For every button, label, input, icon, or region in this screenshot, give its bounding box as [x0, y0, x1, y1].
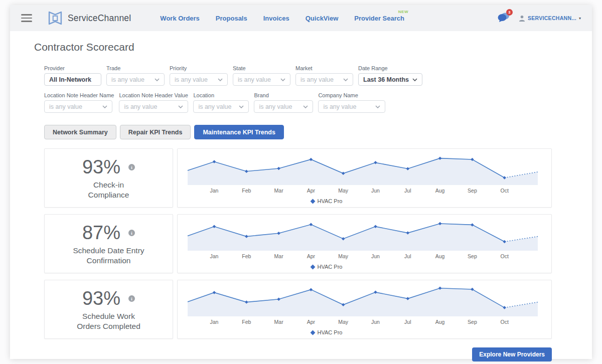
state-select[interactable]: is any value — [233, 73, 290, 86]
app-window: ServiceChannel Work Orders Proposals Inv… — [10, 5, 592, 359]
logo-text: ServiceChannel — [68, 13, 131, 24]
info-icon[interactable]: i — [128, 164, 135, 170]
svg-text:Oct: Oct — [501, 188, 509, 194]
servicechannel-logo-icon — [47, 10, 63, 27]
svg-text:Jan: Jan — [210, 319, 219, 325]
filter-company-name: Company Name is any value — [318, 92, 385, 113]
legend-diamond-marker — [310, 264, 315, 269]
nav-invoices[interactable]: Invoices — [263, 15, 289, 22]
tab-network-summary[interactable]: Network Summary — [44, 125, 116, 139]
company-name-select[interactable]: is any value — [318, 100, 385, 113]
tab-maintenance-kpi-trends[interactable]: Maintenance KPI Trends — [194, 125, 283, 139]
svg-text:Jan: Jan — [210, 188, 219, 194]
kpi-card-schedule-work-orders: 93% i Schedule Work Orders Completed — [44, 280, 173, 339]
nav-provider-search-label: Provider Search — [354, 15, 404, 22]
footer-actions: Explore New Providers — [44, 347, 552, 361]
hamburger-menu-icon[interactable] — [21, 14, 32, 22]
filter-label-state: State — [233, 65, 290, 71]
filter-label-brand: Brand — [254, 92, 313, 98]
location-note-header-value-select[interactable]: is any value — [119, 100, 188, 113]
location-select[interactable]: is any value — [193, 100, 249, 113]
kpi-value: 87% — [82, 222, 120, 244]
svg-text:Jun: Jun — [371, 188, 380, 194]
chevron-down-icon — [303, 105, 308, 108]
filter-label-date-range: Date Range — [358, 65, 422, 71]
view-tabs: Network Summary Repair KPI Trends Mainte… — [44, 125, 552, 139]
state-value: is any value — [238, 76, 271, 83]
location-value: is any value — [198, 103, 231, 110]
nav-proposals[interactable]: Proposals — [216, 15, 247, 22]
svg-text:Oct: Oct — [501, 319, 509, 325]
svg-text:Feb: Feb — [242, 253, 251, 259]
chart-card-checkin-compliance: JanFebMarAprMayJunJulAugSepOct HVAC Pro — [177, 148, 552, 208]
legend-series-label: HVAC Pro — [318, 329, 343, 335]
filter-label-location: Location — [193, 92, 249, 98]
notification-count-badge: 3 — [506, 9, 513, 16]
svg-text:Jun: Jun — [371, 253, 380, 259]
nav-provider-search[interactable]: Provider SearchNEW — [354, 15, 404, 22]
filter-label-lnhv: Location Note Header Value — [119, 92, 188, 98]
kpi-card-checkin-compliance: 93% i Check-in Compliance — [44, 148, 173, 208]
legend-series-label: HVAC Pro — [318, 264, 343, 270]
legend-diamond-marker — [310, 199, 315, 204]
brand-select[interactable]: is any value — [254, 100, 313, 113]
chevron-down-icon — [155, 78, 160, 81]
provider-select[interactable]: All In-Network — [44, 73, 101, 86]
header-right: 3 SERVICECHANN... ▾ — [498, 12, 581, 24]
svg-text:Apr: Apr — [307, 253, 316, 259]
priority-select[interactable]: is any value — [170, 73, 228, 86]
user-menu[interactable]: SERVICECHANN... ▾ — [519, 15, 581, 22]
svg-text:Feb: Feb — [242, 188, 251, 194]
svg-text:Mar: Mar — [274, 253, 284, 259]
top-nav-bar: ServiceChannel Work Orders Proposals Inv… — [10, 5, 592, 31]
filter-label-provider: Provider — [44, 65, 101, 71]
filters-row-2: Location Note Header Name is any value L… — [44, 92, 552, 113]
filter-location-note-header-name: Location Note Header Name is any value — [44, 92, 114, 113]
kpi-value: 93% — [82, 156, 120, 178]
kpi-trend-line-chart: JanFebMarAprMayJunJulAugSepOct — [186, 153, 544, 195]
kpi-trend-line-chart: JanFebMarAprMayJunJulAugSepOct — [186, 284, 544, 326]
chevron-down-icon — [343, 78, 348, 81]
chart-legend: HVAC Pro — [186, 329, 543, 335]
svg-text:Aug: Aug — [435, 188, 445, 194]
svg-text:Sep: Sep — [468, 253, 477, 259]
company-name-value: is any value — [323, 103, 356, 110]
chevron-down-icon — [178, 105, 183, 108]
date-range-select[interactable]: Last 36 Months — [358, 73, 422, 86]
filter-date-range: Date Range Last 36 Months — [358, 65, 422, 86]
chevron-down-icon — [375, 105, 380, 108]
kpi-label: Schedule Work Orders Completed — [72, 311, 145, 331]
svg-text:May: May — [338, 253, 349, 259]
location-note-header-name-select[interactable]: is any value — [44, 100, 112, 113]
tab-repair-kpi-trends[interactable]: Repair KPI Trends — [120, 125, 191, 139]
chevron-down-icon — [218, 78, 223, 81]
info-icon[interactable]: i — [128, 295, 135, 302]
kpi-trend-line-chart: JanFebMarAprMayJunJulAugSepOct — [186, 219, 544, 261]
trade-value: is any value — [111, 76, 144, 83]
kpi-card-schedule-date-entry: 87% i Schedule Date Entry Confirmation — [44, 214, 173, 273]
priority-value: is any value — [175, 76, 208, 83]
kpi-label: Schedule Date Entry Confirmation — [72, 246, 145, 265]
info-icon[interactable]: i — [128, 230, 135, 236]
filter-label-trade: Trade — [106, 65, 165, 71]
servicechannel-logo[interactable]: ServiceChannel — [47, 10, 131, 27]
chevron-down-icon: ▾ — [579, 16, 581, 21]
filter-location-note-header-value: Location Note Header Value is any value — [119, 92, 188, 113]
notifications-icon[interactable]: 3 — [498, 12, 510, 24]
lnhv-value: is any value — [124, 103, 157, 110]
filter-market: Market is any value — [295, 65, 353, 86]
nav-quickview[interactable]: QuickView — [306, 15, 339, 22]
kpi-row-checkin-compliance: 93% i Check-in Compliance JanFebMarAprMa… — [44, 148, 552, 208]
market-select[interactable]: is any value — [295, 73, 353, 86]
chevron-down-icon — [412, 78, 417, 81]
trade-select[interactable]: is any value — [106, 73, 165, 86]
svg-text:Apr: Apr — [307, 188, 316, 194]
user-name: SERVICECHANN... — [528, 15, 576, 21]
filter-label-lnhn: Location Note Header Name — [44, 92, 114, 98]
new-badge: NEW — [398, 10, 408, 14]
kpi-row-schedule-date-entry: 87% i Schedule Date Entry Confirmation J… — [44, 214, 552, 273]
nav-work-orders[interactable]: Work Orders — [160, 15, 200, 22]
chart-card-schedule-date-entry: JanFebMarAprMayJunJulAugSepOct HVAC Pro — [177, 214, 552, 273]
explore-new-providers-button[interactable]: Explore New Providers — [472, 347, 552, 361]
kpi-row-schedule-work-orders: 93% i Schedule Work Orders Completed Jan… — [44, 280, 552, 339]
